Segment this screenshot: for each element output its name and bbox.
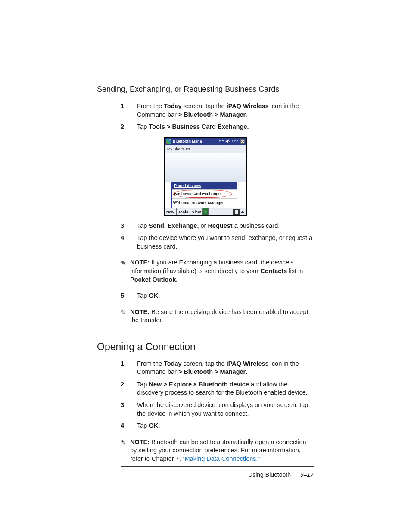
t: or	[199, 222, 208, 229]
step-number: 4.	[121, 422, 137, 430]
t: Today	[164, 103, 182, 109]
step-text: Tap Tools > Business Card Exchange.	[137, 123, 314, 131]
step-number: 3.	[121, 222, 137, 230]
status-icons: ✦✶ ◀ϟ	[218, 139, 230, 144]
step-text: Tap the device where you want to send, e…	[137, 234, 314, 251]
t: screen, tap the	[182, 360, 227, 367]
note-icon: ✎	[121, 438, 130, 464]
note-3: ✎ NOTE: Bluetooth can be set to automati…	[121, 435, 314, 467]
t: screen, tap the	[182, 103, 227, 109]
t: .	[246, 368, 247, 375]
t: Contacts	[260, 268, 287, 274]
t: My S	[173, 199, 182, 205]
t: a business card.	[233, 222, 280, 229]
step-number: 3.	[121, 401, 137, 418]
t: Today	[164, 360, 182, 367]
popup-menu: Paired devices Business Card Exchange My…	[171, 182, 237, 208]
link-making-data-connections[interactable]: “Making Data Connections.”	[183, 455, 260, 462]
t: From the	[137, 103, 164, 109]
t: Tap	[137, 381, 149, 388]
bb-tools: Tools	[177, 208, 190, 215]
step-text: Tap OK.	[137, 292, 314, 300]
step-text: When the discovered device icon displays…	[137, 401, 314, 418]
steps-list-1c: 5. Tap OK.	[121, 292, 314, 300]
note-text: NOTE: Bluetooth can be set to automatica…	[130, 438, 314, 464]
start-flag-icon	[166, 139, 171, 144]
step-number: 1.	[121, 360, 137, 376]
t: iPAQ Wireless	[227, 103, 269, 109]
chevron-up-icon	[241, 211, 244, 213]
t: Tap	[137, 222, 149, 229]
step-number: 4.	[121, 234, 137, 251]
step-5: 5. Tap OK.	[121, 292, 314, 300]
t: NOTE:	[130, 308, 149, 315]
window-title: Bluetooth Mana	[173, 139, 217, 144]
note-text: NOTE: Be sure the receiving device has b…	[130, 308, 314, 325]
t: New > Explore a Bluetooth device	[149, 381, 249, 388]
footer-chapter: Using Bluetooth	[248, 471, 291, 478]
step-text: Tap New > Explore a Bluetooth device and…	[137, 380, 314, 397]
section-title: Sending, Exchanging, or Requesting Busin…	[97, 84, 314, 94]
t: NOTE:	[130, 259, 149, 266]
t: OK.	[149, 422, 160, 429]
t: Tap	[137, 422, 149, 429]
t: OK.	[149, 292, 160, 299]
step-4: 4. Tap the device where you want to send…	[121, 234, 314, 251]
device-bottom-bar: New Tools View ?	[165, 208, 246, 215]
step-1: 1. From the Today screen, tap the iPAQ W…	[121, 360, 314, 376]
steps-list-2: 1. From the Today screen, tap the iPAQ W…	[121, 360, 314, 430]
device-body	[165, 153, 246, 182]
keyboard-toggle	[231, 208, 246, 215]
step-1: 1. From the Today screen, tap the iPAQ W…	[121, 102, 314, 119]
note-icon: ✎	[121, 258, 130, 284]
step-text: From the Today screen, tap the iPAQ Wire…	[137, 102, 314, 119]
t: > Bluetooth > Manager.	[178, 111, 247, 118]
steps-list-1b: 3. Tap Send, Exchange, or Request a busi…	[121, 222, 314, 251]
step-number: 2.	[121, 380, 137, 397]
step-text: Tap Send, Exchange, or Request a busines…	[137, 222, 314, 230]
t: Be sure the receiving device has been en…	[130, 308, 308, 324]
clock: 1:57	[231, 139, 238, 144]
step-number: 5.	[121, 292, 137, 300]
t: Request	[208, 222, 232, 229]
step-text: From the Today screen, tap the iPAQ Wire…	[137, 360, 314, 376]
steps-list-1: 1. From the Today screen, tap the iPAQ W…	[121, 102, 314, 131]
embedded-screenshot: Bluetooth Mana ✦✶ ◀ϟ 1:57 ✕ My Shortcuts…	[164, 137, 247, 216]
t: list in	[287, 268, 303, 274]
t: Tools > Business Card Exchange.	[149, 123, 249, 130]
step-3: 3. When the discovered device icon displ…	[121, 401, 314, 418]
menu-item-business-card-exchange: Business Card Exchange	[172, 189, 237, 198]
t: Pocket Outlook.	[130, 276, 177, 283]
t: From the	[137, 360, 164, 367]
note-text: NOTE: If you are Exchanging a business c…	[130, 258, 314, 284]
t: Tap	[137, 292, 149, 299]
t: Tap	[137, 123, 149, 130]
t: NOTE:	[130, 439, 149, 445]
step-4: 4. Tap OK.	[121, 422, 314, 430]
step-2: 2. Tap Tools > Business Card Exchange.	[121, 123, 314, 131]
heading-opening-a-connection: Opening a Connection	[97, 340, 314, 354]
menu-header-paired-devices: Paired devices	[172, 182, 237, 189]
step-3: 3. Tap Send, Exchange, or Request a busi…	[121, 222, 314, 230]
t: > Bluetooth > Manager	[178, 368, 246, 375]
t: Send, Exchange,	[149, 222, 199, 229]
keyboard-icon	[233, 209, 240, 215]
step-number: 2.	[121, 123, 137, 131]
step-2: 2. Tap New > Explore a Bluetooth device …	[121, 380, 314, 397]
note-2: ✎ NOTE: Be sure the receiving device has…	[121, 305, 314, 328]
page-footer: Using Bluetooth 9–17	[248, 471, 314, 478]
footer-page-number: 9–17	[300, 471, 314, 478]
bb-new: New	[165, 208, 177, 215]
spacer	[209, 208, 231, 215]
device-titlebar: Bluetooth Mana ✦✶ ◀ϟ 1:57 ✕	[165, 138, 246, 145]
help-icon: ?	[203, 208, 209, 215]
t: My Shortcuts	[167, 147, 190, 151]
step-text: Tap OK.	[137, 422, 314, 430]
close-icon: ✕	[240, 139, 245, 144]
bb-view: View	[190, 208, 203, 215]
step-number: 1.	[121, 102, 137, 119]
note-icon: ✎	[121, 308, 130, 325]
note-1: ✎ NOTE: If you are Exchanging a business…	[121, 255, 314, 287]
tab-my-shortcuts: My Shortcuts	[165, 145, 246, 153]
t: iPAQ Wireless	[227, 360, 269, 367]
